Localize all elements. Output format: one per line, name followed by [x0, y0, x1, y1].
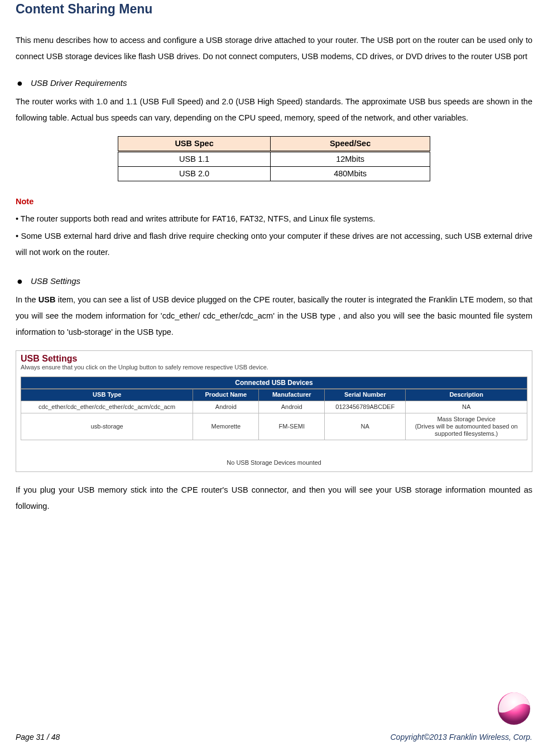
th: USB Type [21, 389, 193, 401]
note-item: • The router supports both read and writ… [16, 211, 532, 227]
cell: Mass Storage Device (Drives will be auto… [406, 413, 527, 440]
cell: 480Mbits [271, 166, 430, 181]
th-speed: Speed/Sec [271, 137, 430, 152]
section-usb-driver-req: ● USB Driver Requirements [16, 75, 532, 92]
shot-section-bar: Connected USB Devices [21, 377, 527, 389]
section-heading: USB Driver Requirements [31, 75, 127, 92]
bullet-icon: ● [17, 78, 23, 88]
footer-copyright: Copyright©2013 Franklin Wireless, Corp. [390, 729, 532, 745]
cell: cdc_ether/cdc_ether/cdc_ether/cdc_acm/cd… [21, 401, 193, 413]
usb-settings-screenshot: USB Settings Always ensure that you clic… [16, 350, 532, 472]
note-item: • Some USB external hard drive and flash… [16, 228, 532, 261]
table-row: cdc_ether/cdc_ether/cdc_ether/cdc_acm/cd… [21, 401, 527, 413]
post-shot-paragraph: If you plug your USB memory stick into t… [16, 482, 532, 514]
footer-page: Page 31 / 48 [16, 729, 60, 745]
th: Product Name [193, 389, 259, 401]
sec1-body: The router works with 1.0 and 1.1 (USB F… [16, 94, 532, 126]
cell: Memorette [193, 413, 259, 440]
cell: NA [325, 413, 406, 440]
th: Serial Number [325, 389, 406, 401]
bold-usb: USB [39, 295, 56, 304]
cell: USB 2.0 [118, 166, 271, 181]
text: item, you can see a list of USB device p… [16, 295, 532, 336]
table-row: USB 2.0 480Mbits [118, 166, 430, 181]
cell: USB 1.1 [118, 152, 271, 167]
table-row: usb-storage Memorette FM-SEMI NA Mass St… [21, 413, 527, 440]
page-footer: Page 31 / 48 Copyright©2013 Franklin Wir… [16, 729, 532, 745]
intro-paragraph: This menu describes how to access and co… [16, 32, 532, 65]
connected-devices-table: USB Type Product Name Manufacturer Seria… [21, 389, 527, 440]
cell: 12Mbits [271, 152, 430, 167]
shot-subtitle: Always ensure that you click on the Unpl… [16, 364, 532, 377]
section-usb-settings: ● USB Settings [16, 273, 532, 290]
shot-title: USB Settings [16, 351, 532, 364]
th: Manufacturer [259, 389, 325, 401]
note-label: Note [16, 194, 532, 210]
th: Description [406, 389, 527, 401]
section-heading: USB Settings [31, 273, 80, 290]
page-title: Content Sharing Menu [16, 0, 532, 18]
cell: FM-SEMI [259, 413, 325, 440]
bullet-icon: ● [17, 276, 23, 286]
cell: Android [259, 401, 325, 413]
cell: usb-storage [21, 413, 193, 440]
table-row: USB 1.1 12Mbits [118, 152, 430, 167]
usb-spec-table: USB Spec Speed/Sec USB 1.1 12Mbits USB 2… [118, 136, 430, 181]
franklin-logo-icon [496, 690, 532, 727]
sec2-body: In the USB item, you can see a list of U… [16, 292, 532, 340]
cell: NA [406, 401, 527, 413]
cell: 0123456789ABCDEF [325, 401, 406, 413]
no-mount-message: No USB Storage Devices mounted [16, 445, 532, 471]
th-usb-spec: USB Spec [118, 137, 271, 152]
text: In the [16, 295, 39, 304]
cell: Android [193, 401, 259, 413]
